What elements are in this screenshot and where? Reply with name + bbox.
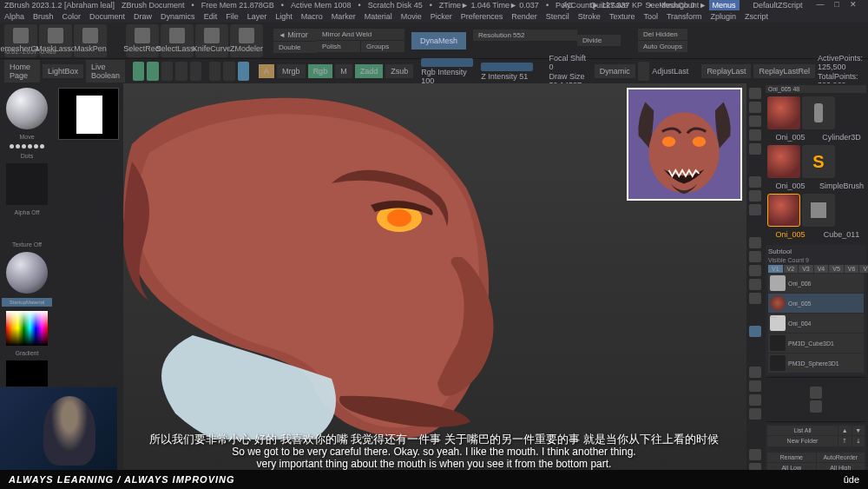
m-button[interactable]: M — [335, 64, 352, 78]
dynamesh-mode-icon[interactable] — [238, 62, 249, 81]
del-hidden[interactable]: Del Hidden — [638, 29, 687, 40]
rename-button[interactable]: Rename — [767, 453, 816, 462]
zadd-button[interactable]: Zadd — [355, 64, 384, 78]
subtool-tab-v2[interactable]: V2 — [784, 265, 799, 273]
sculptris-icon[interactable] — [223, 62, 234, 81]
subtool-tab-v7[interactable]: V7 — [859, 265, 868, 273]
aahalf-icon[interactable] — [749, 143, 761, 155]
liveboolean-button[interactable]: Live Boolean — [86, 60, 125, 83]
mrgb-button[interactable]: Mrgb — [277, 64, 306, 78]
listall-button[interactable]: List All — [767, 426, 838, 435]
tool-preview-main[interactable] — [767, 96, 800, 129]
transp-icon[interactable] — [749, 367, 761, 378]
reference-image[interactable] — [627, 88, 742, 201]
subtool-tab-v3[interactable]: V3 — [799, 265, 813, 273]
secondary-color[interactable] — [6, 360, 48, 387]
dynamic-view-icon[interactable] — [749, 251, 761, 262]
menu-marker[interactable]: Marker — [332, 12, 356, 21]
tool-simplebrush[interactable] — [802, 145, 835, 178]
ghost-icon[interactable] — [749, 380, 761, 392]
menu-render[interactable]: Render — [511, 12, 537, 21]
alpha-preview[interactable] — [6, 163, 48, 205]
replaylastrel-button[interactable]: ReplayLastRel — [753, 64, 815, 78]
polish[interactable]: Polish — [317, 41, 360, 52]
floor-icon[interactable] — [749, 190, 761, 202]
replaylast-button[interactable]: ReplayLast — [701, 64, 751, 78]
persp-icon[interactable] — [749, 176, 761, 188]
arrow-down-icon[interactable] — [810, 400, 822, 413]
menu-preferences[interactable]: Preferences — [461, 12, 503, 21]
menu-texture[interactable]: Texture — [609, 12, 635, 21]
menu-transform[interactable]: Transform — [667, 12, 702, 21]
close-icon[interactable]: ✕ — [850, 0, 857, 10]
mirror-double[interactable]: Double — [273, 42, 317, 53]
menu-macro[interactable]: Macro — [301, 12, 323, 21]
xpose-icon[interactable] — [749, 408, 761, 420]
maximize-icon[interactable]: □ — [835, 0, 839, 10]
top-icon[interactable]: ⤒ — [838, 436, 852, 446]
lightbox-button[interactable]: LightBox — [43, 64, 83, 78]
actual-icon[interactable] — [749, 129, 761, 141]
arrow-up-icon[interactable] — [810, 387, 822, 399]
tool-preview-3[interactable] — [767, 194, 800, 227]
edit-mode-icon[interactable] — [133, 62, 144, 81]
scroll-icon[interactable] — [749, 102, 761, 113]
zsub-button[interactable]: Zsub — [385, 64, 413, 78]
a-mode[interactable]: A — [259, 64, 274, 78]
subtool-item[interactable]: PM3D_Sphere3D1 — [768, 354, 864, 373]
polyframe-icon[interactable] — [749, 326, 761, 337]
resolution-slider[interactable]: Resolution 552 — [473, 30, 577, 41]
brush-preview[interactable] — [6, 88, 48, 129]
z-intensity-slider[interactable]: Z Intensity 51 — [481, 72, 533, 81]
homepage-button[interactable]: Home Page — [4, 60, 40, 83]
quicksave-button[interactable]: QuickSave — [587, 0, 632, 10]
rotate-mode-icon[interactable] — [190, 62, 201, 81]
scale-mode-icon[interactable] — [175, 62, 187, 81]
default-zscript[interactable]: DefaultZScript — [750, 0, 806, 10]
tool-selectrect[interactable]: SelectRect — [126, 24, 159, 57]
up-icon[interactable]: ▲ — [838, 426, 852, 435]
menu-file[interactable]: File — [226, 12, 239, 21]
solo-icon[interactable] — [749, 394, 761, 406]
menu-picker[interactable]: Picker — [431, 12, 452, 21]
menu-stencil[interactable]: Stencil — [546, 12, 569, 21]
local-icon[interactable] — [749, 204, 761, 215]
focal-shift-slider[interactable]: Focal Shift 0 — [549, 54, 591, 71]
zoom-icon[interactable] — [749, 116, 761, 127]
autoreorder-button[interactable]: AutoReorder — [817, 453, 865, 462]
bpr-icon[interactable] — [749, 88, 761, 99]
subtool-item[interactable]: Oni_005 — [768, 294, 864, 313]
seethrough-slider[interactable]: See-through 0 — [641, 0, 698, 10]
menu-material[interactable]: Material — [365, 12, 392, 21]
rgb-intensity-slider[interactable]: Rgb Intensity 100 — [421, 68, 473, 85]
xray-icon[interactable] — [749, 449, 761, 460]
dynamic-button[interactable]: Dynamic — [595, 64, 635, 78]
menu-document[interactable]: Document — [89, 12, 125, 21]
mirror-prev[interactable]: ◄ Mirror — [273, 29, 317, 41]
menu-zplugin[interactable]: Zplugin — [711, 12, 737, 21]
minimize-icon[interactable]: — — [817, 0, 825, 10]
tool-preview-cylinder[interactable] — [802, 96, 835, 129]
tool-zmodeler[interactable]: ZModeler — [230, 24, 263, 57]
menu-color[interactable]: Color — [62, 12, 82, 21]
subtool-tab-v4[interactable]: V4 — [814, 265, 829, 273]
groups[interactable]: Groups — [361, 41, 404, 52]
tool-cube[interactable] — [802, 194, 835, 227]
menu-dynamics[interactable]: Dynamics — [161, 12, 195, 21]
move-view-icon[interactable] — [749, 265, 761, 276]
subtool-item[interactable]: PM3D_Cube3D1 — [768, 334, 864, 353]
menu-layer[interactable]: Layer — [247, 12, 267, 21]
menu-light[interactable]: Light — [275, 12, 293, 21]
menu-tool[interactable]: Tool — [643, 12, 658, 21]
menus-button[interactable]: Menus — [709, 0, 740, 10]
bottom-icon[interactable]: ⤓ — [852, 436, 865, 446]
viewport-3d[interactable] — [123, 83, 746, 479]
newfolder-button[interactable]: New Folder — [767, 436, 838, 446]
menu-stroke[interactable]: Stroke — [578, 12, 601, 21]
color-picker[interactable] — [6, 311, 48, 346]
menu-zscript[interactable]: Zscript — [745, 12, 768, 21]
menu-movie[interactable]: Movie — [401, 12, 422, 21]
subtool-tab-v5[interactable]: V5 — [829, 265, 844, 273]
dynamesh-button[interactable]: DynaMesh — [411, 32, 466, 50]
menu-draw[interactable]: Draw — [134, 12, 152, 21]
